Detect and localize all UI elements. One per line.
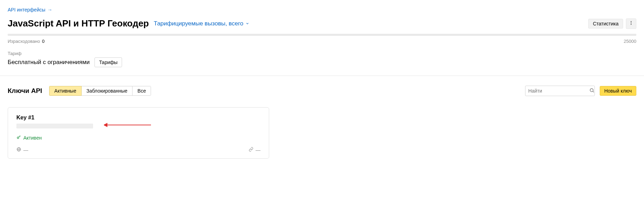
usage-spent-value: 0 — [42, 39, 44, 44]
svg-point-1 — [631, 23, 631, 23]
key-domain: — — [16, 147, 28, 153]
link-icon — [249, 147, 253, 153]
svg-point-3 — [590, 89, 593, 92]
search-input[interactable] — [528, 88, 589, 94]
breadcrumb: API интерфейсы → — [8, 7, 636, 13]
tab-active[interactable]: Активные — [49, 86, 82, 96]
breadcrumb-link[interactable]: API интерфейсы — [8, 7, 45, 13]
key-card[interactable]: Key #1 Активен — — [8, 107, 269, 159]
search-icon — [589, 88, 594, 94]
tariff-label: Тариф — [8, 51, 636, 56]
key-status: Активен — [16, 135, 260, 141]
usage-spent-label: Израсходовано — [8, 39, 40, 44]
new-key-button[interactable]: Новый ключ — [600, 86, 636, 96]
arrow-right-icon: → — [47, 7, 52, 13]
key-name: Key #1 — [16, 115, 260, 121]
key-icon — [16, 135, 21, 141]
annotation-arrow — [104, 121, 153, 128]
search-input-wrap — [525, 86, 595, 96]
key-value-masked — [16, 124, 93, 128]
tariffs-button[interactable]: Тарифы — [94, 57, 122, 67]
more-vertical-icon — [629, 21, 634, 26]
svg-point-0 — [631, 21, 631, 22]
tariff-value: Бесплатный с ограничениями — [8, 59, 90, 66]
tab-blocked[interactable]: Заблокированные — [81, 86, 133, 96]
key-link: — — [249, 147, 260, 153]
key-domain-value: — — [23, 147, 28, 153]
stats-button[interactable]: Статистика — [588, 19, 623, 29]
key-link-value: — — [256, 147, 260, 153]
svg-point-2 — [631, 24, 631, 25]
svg-point-6 — [17, 137, 19, 139]
more-menu-button[interactable] — [626, 18, 636, 29]
usage-limit: 25000 — [624, 39, 636, 44]
keys-section-title: Ключи API — [8, 87, 42, 95]
calls-filter-dropdown[interactable]: Тарифицируемые вызовы, всего — [154, 20, 249, 27]
usage-spent: Израсходовано 0 — [8, 39, 45, 44]
calls-filter-label: Тарифицируемые вызовы, всего — [154, 20, 243, 27]
usage-progress-bar — [8, 34, 636, 36]
chevron-down-icon — [245, 20, 249, 27]
svg-line-4 — [593, 91, 594, 92]
page-title: JavaScript API и HTTP Геокодер — [8, 18, 149, 29]
key-status-label: Активен — [23, 135, 42, 141]
keys-filter-tabs: Активные Заблокированные Все — [49, 86, 151, 96]
globe-icon — [16, 147, 21, 153]
svg-line-8 — [20, 136, 20, 137]
tab-all[interactable]: Все — [132, 86, 151, 96]
